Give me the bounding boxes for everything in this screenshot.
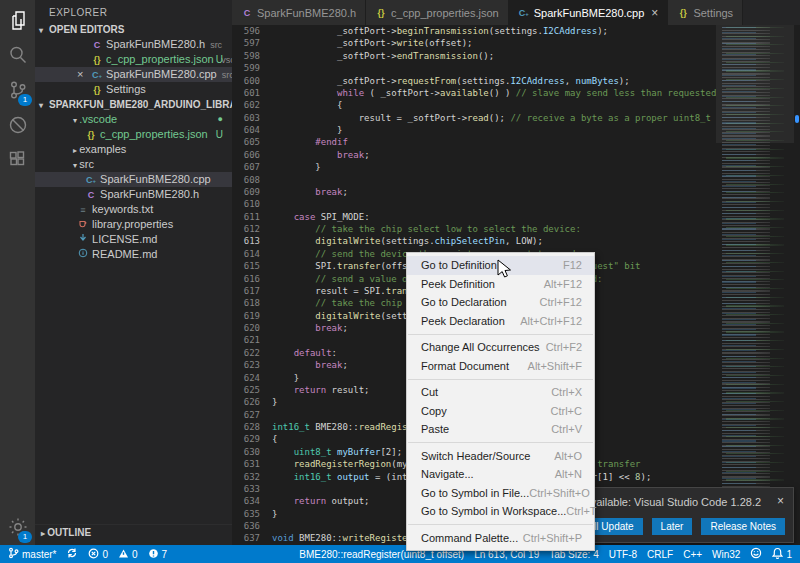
activitybar-source-control[interactable]: 1 [0,73,35,108]
code-line-598[interactable]: 598 _softPort->endTransmission(); [232,50,716,62]
line-number[interactable]: 603 [232,112,260,124]
line-number[interactable]: 621 [232,334,260,346]
line-number[interactable]: 609 [232,186,260,198]
status-notifications-bell[interactable]: 1 [772,547,792,561]
line-number[interactable]: 614 [232,248,260,260]
code-line-604[interactable]: 604 } [232,124,716,136]
line-number[interactable]: 617 [232,285,260,297]
close-icon[interactable]: × [777,494,784,508]
release-notes-button[interactable]: Release Notes [701,518,785,535]
activitybar-search[interactable] [0,38,35,73]
line-number[interactable]: 625 [232,384,260,396]
later-button[interactable]: Later [652,518,693,535]
close-icon[interactable]: × [77,67,83,82]
activitybar-debug[interactable] [0,108,35,143]
line-number[interactable]: 599 [232,62,260,74]
line-number[interactable]: 600 [232,75,260,87]
line-number[interactable]: 608 [232,174,260,186]
line-number[interactable]: 596 [232,25,260,37]
line-number[interactable]: 598 [232,50,260,62]
code-line-605[interactable]: 605 #endif [232,136,716,148]
line-number[interactable]: 631 [232,458,260,470]
line-number[interactable]: 627 [232,409,260,421]
line-number[interactable]: 626 [232,396,260,408]
status-sync-status[interactable] [66,547,78,561]
line-number[interactable]: 613 [232,235,260,247]
open-editor-sparkfunbme280-cpp[interactable]: ×C+ SparkFunBME280.cppsrc [35,67,232,82]
line-number[interactable]: 611 [232,211,260,223]
tree-item-c-cpp-properties-json[interactable]: {} c_cpp_properties.jsonU [35,127,232,142]
line-number[interactable]: 601 [232,87,260,99]
line-number[interactable]: 634 [232,495,260,507]
minimap-viewport[interactable] [716,25,794,143]
code-line-602[interactable]: 602 { [232,99,716,111]
code-line-597[interactable]: 597 _softPort->write(offset); [232,37,716,49]
line-number[interactable]: 635 [232,508,260,520]
menu-item-cut[interactable]: CutCtrl+X [407,383,594,402]
line-number[interactable]: 637 [232,532,260,544]
status-platform[interactable]: Win32 [712,549,740,560]
line-number[interactable]: 616 [232,273,260,285]
tree-item-src[interactable]: ▾ src [35,157,232,172]
tree-item-examples[interactable]: ▸ examples [35,142,232,157]
menu-item-go-to-definition[interactable]: Go to DefinitionF12 [407,256,594,275]
status-git-branch-status[interactable]: master* [8,547,56,561]
line-number[interactable]: 605 [232,136,260,148]
code-line-612[interactable]: 612 // take the chip select low to selec… [232,223,716,235]
status-encoding[interactable]: UTF-8 [609,549,637,560]
line-number[interactable]: 623 [232,359,260,371]
activitybar-explorer[interactable] [0,3,35,38]
code-line-607[interactable]: 607 } [232,161,716,173]
code-line-606[interactable]: 606 break; [232,149,716,161]
menu-item-switch-header-source[interactable]: Switch Header/SourceAlt+O [407,447,594,466]
line-number[interactable]: 597 [232,37,260,49]
section-header-sparkfun-bme280-arduino-library[interactable]: ▾SPARKFUN_BME280_ARDUINO_LIBRARY [35,97,232,112]
menu-item-navigate-[interactable]: Navigate...Alt+N [407,465,594,484]
line-number[interactable]: 607 [232,161,260,173]
line-number[interactable]: 620 [232,322,260,334]
code-line-601[interactable]: 601 while ( _softPort->available() ) // … [232,87,716,99]
code-line-608[interactable]: 608 [232,174,716,186]
menu-item-go-to-symbol-in-file-[interactable]: Go to Symbol in File...Ctrl+Shift+O [407,484,594,503]
menu-item-go-to-symbol-in-workspace-[interactable]: Go to Symbol in Workspace...Ctrl+T [407,502,594,521]
line-number[interactable]: 636 [232,520,260,532]
close-icon[interactable]: × [651,6,658,20]
tree-item-library-properties[interactable]: library.properties [35,217,232,232]
open-editor-c-cpp-properties-json[interactable]: {} c_cpp_properties.json.vscodeU [35,52,232,67]
line-number[interactable]: 622 [232,347,260,359]
open-editor-sparkfunbme280-h[interactable]: C SparkFunBME280.hsrc [35,37,232,52]
open-editor-settings[interactable]: {} Settings [35,82,232,97]
code-line-600[interactable]: 600 _softPort->requestFrom(settings.I2CA… [232,75,716,87]
status-info-count[interactable]: 7 [148,548,168,561]
line-number[interactable]: 602 [232,99,260,111]
tab-sparkfunbme280-h[interactable]: CSparkFunBME280.h [232,0,366,25]
line-number[interactable]: 619 [232,310,260,322]
code-line-613[interactable]: 613 digitalWrite(settings.chipSelectPin,… [232,235,716,247]
menu-item-copy[interactable]: CopyCtrl+C [407,402,594,421]
menu-item-command-palette-[interactable]: Command Palette...Ctrl+Shift+P [407,529,594,548]
section-header-open-editors[interactable]: ▾OPEN EDITORS [35,22,232,37]
status-language-mode[interactable]: C++ [683,549,702,560]
menu-item-peek-definition[interactable]: Peek DefinitionAlt+F12 [407,275,594,294]
line-number[interactable]: 624 [232,372,260,384]
tree-item-sparkfunbme280-cpp[interactable]: C+ SparkFunBME280.cpp [35,172,232,187]
status-eol[interactable]: CRLF [647,549,673,560]
tree-item-sparkfunbme280-h[interactable]: C SparkFunBME280.h [35,187,232,202]
line-number[interactable]: 604 [232,124,260,136]
line-number[interactable]: 606 [232,149,260,161]
menu-item-go-to-declaration[interactable]: Go to DeclarationCtrl+F12 [407,293,594,312]
status-warnings-count[interactable]: 0 [118,548,138,561]
line-number[interactable]: 632 [232,471,260,483]
line-number[interactable]: 630 [232,446,260,458]
menu-item-format-document[interactable]: Format DocumentAlt+Shift+F [407,357,594,376]
line-number[interactable]: 633 [232,483,260,495]
code-line-603[interactable]: 603 result = _softPort->read(); // recei… [232,112,716,124]
code-line-611[interactable]: 611 case SPI_MODE: [232,211,716,223]
scrollbar[interactable] [794,25,800,545]
menu-item-change-all-occurrences[interactable]: Change All OccurrencesCtrl+F2 [407,338,594,357]
status-errors-count[interactable]: 0 [88,548,108,561]
line-number[interactable]: 612 [232,223,260,235]
line-number[interactable]: 618 [232,297,260,309]
code-line-610[interactable]: 610 [232,198,716,210]
menu-item-peek-declaration[interactable]: Peek DeclarationAlt+Ctrl+F12 [407,312,594,331]
